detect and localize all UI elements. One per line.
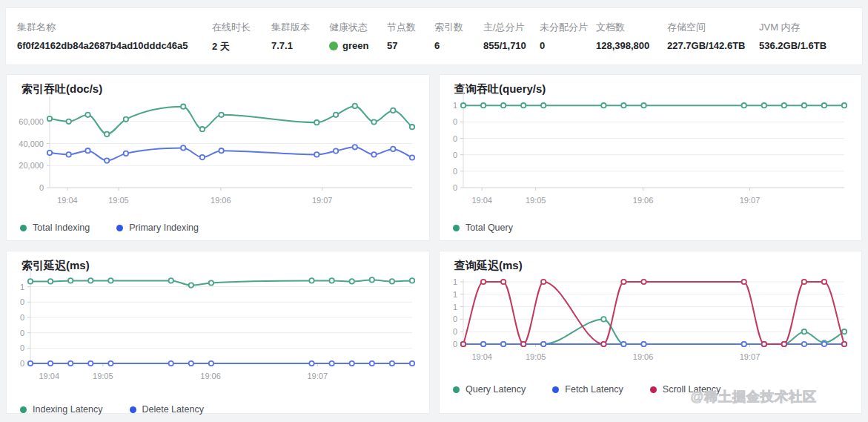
- legend-item-scroll-latency[interactable]: Scroll Latency: [650, 384, 721, 395]
- data-point-marker[interactable]: [541, 342, 546, 346]
- data-point-marker[interactable]: [28, 279, 33, 283]
- data-point-marker[interactable]: [334, 113, 338, 117]
- data-point-marker[interactable]: [481, 280, 486, 284]
- data-point-marker[interactable]: [67, 119, 71, 124]
- data-point-marker[interactable]: [124, 117, 128, 122]
- data-point-marker[interactable]: [108, 278, 113, 283]
- legend-item-query-latency[interactable]: Query Latency: [453, 384, 526, 395]
- data-point-marker[interactable]: [108, 361, 113, 366]
- data-point-marker[interactable]: [742, 342, 746, 346]
- legend-item-primary-indexing[interactable]: Primary Indexing: [116, 222, 199, 233]
- data-point-marker[interactable]: [391, 147, 395, 151]
- data-point-marker[interactable]: [481, 342, 486, 346]
- data-point-marker[interactable]: [189, 361, 193, 366]
- data-point-marker[interactable]: [601, 342, 606, 346]
- data-point-marker[interactable]: [621, 342, 626, 346]
- data-point-marker[interactable]: [329, 278, 334, 283]
- data-point-marker[interactable]: [782, 103, 786, 108]
- data-point-marker[interactable]: [410, 278, 414, 283]
- data-point-marker[interactable]: [353, 104, 357, 108]
- data-point-marker[interactable]: [28, 361, 33, 366]
- data-point-marker[interactable]: [641, 342, 646, 346]
- data-point-marker[interactable]: [601, 317, 606, 321]
- data-point-marker[interactable]: [48, 361, 53, 366]
- data-point-marker[interactable]: [842, 342, 847, 346]
- data-point-marker[interactable]: [219, 113, 223, 117]
- data-point-marker[interactable]: [169, 278, 173, 283]
- data-point-marker[interactable]: [124, 151, 128, 156]
- data-point-marker[interactable]: [621, 103, 626, 108]
- data-point-marker[interactable]: [501, 103, 506, 108]
- data-point-marker[interactable]: [181, 105, 185, 109]
- data-point-marker[interactable]: [461, 103, 466, 108]
- data-point-marker[interactable]: [802, 280, 806, 284]
- index-throughput-chart[interactable]: 60,00040,00020,000019:0419:0519:0619:07: [7, 75, 429, 215]
- index-latency-chart[interactable]: 10000019:0419:0519:0619:07: [7, 251, 429, 391]
- data-point-marker[interactable]: [391, 108, 395, 113]
- data-point-marker[interactable]: [521, 342, 526, 346]
- data-point-marker[interactable]: [353, 145, 357, 149]
- data-point-marker[interactable]: [68, 361, 73, 366]
- data-point-marker[interactable]: [67, 152, 71, 156]
- data-point-marker[interactable]: [390, 361, 394, 366]
- data-point-marker[interactable]: [802, 342, 806, 346]
- legend-item-total-query[interactable]: Total Query: [453, 222, 513, 233]
- data-point-marker[interactable]: [501, 342, 506, 346]
- data-point-marker[interactable]: [189, 283, 193, 287]
- data-point-marker[interactable]: [601, 103, 606, 108]
- data-point-marker[interactable]: [200, 127, 205, 131]
- data-point-marker[interactable]: [314, 120, 319, 125]
- query-throughput-chart[interactable]: 10000019:0419:0519:0619:07: [440, 75, 861, 215]
- data-point-marker[interactable]: [350, 279, 354, 283]
- data-point-marker[interactable]: [314, 152, 319, 156]
- data-point-marker[interactable]: [501, 280, 506, 284]
- data-point-marker[interactable]: [219, 148, 223, 153]
- data-point-marker[interactable]: [169, 361, 173, 366]
- data-point-marker[interactable]: [334, 148, 338, 153]
- data-point-marker[interactable]: [350, 361, 354, 366]
- data-point-marker[interactable]: [842, 103, 847, 108]
- data-point-marker[interactable]: [105, 132, 109, 136]
- data-point-marker[interactable]: [390, 279, 394, 283]
- data-point-marker[interactable]: [209, 361, 213, 366]
- data-point-marker[interactable]: [68, 278, 73, 283]
- data-point-marker[interactable]: [88, 361, 93, 366]
- data-point-marker[interactable]: [641, 280, 646, 284]
- data-point-marker[interactable]: [200, 155, 205, 159]
- data-point-marker[interactable]: [85, 148, 90, 153]
- data-point-marker[interactable]: [309, 278, 314, 283]
- data-point-marker[interactable]: [822, 103, 826, 108]
- legend-item-indexing-latency[interactable]: Indexing Latency: [20, 404, 103, 415]
- data-point-marker[interactable]: [541, 103, 546, 108]
- data-point-marker[interactable]: [410, 361, 414, 366]
- data-point-marker[interactable]: [782, 342, 786, 346]
- data-point-marker[interactable]: [88, 278, 93, 283]
- data-point-marker[interactable]: [105, 158, 109, 162]
- legend-item-delete-latency[interactable]: Delete Latency: [130, 404, 204, 415]
- data-point-marker[interactable]: [181, 145, 185, 150]
- data-point-marker[interactable]: [802, 329, 806, 334]
- data-point-marker[interactable]: [47, 116, 52, 121]
- legend-item-fetch-latency[interactable]: Fetch Latency: [552, 384, 623, 395]
- data-point-marker[interactable]: [742, 103, 746, 108]
- data-point-marker[interactable]: [85, 113, 90, 117]
- data-point-marker[interactable]: [371, 119, 376, 124]
- data-point-marker[interactable]: [410, 155, 414, 159]
- data-point-marker[interactable]: [541, 280, 546, 284]
- data-point-marker[interactable]: [481, 103, 486, 108]
- data-point-marker[interactable]: [410, 125, 414, 129]
- data-point-marker[interactable]: [48, 279, 53, 283]
- data-point-marker[interactable]: [802, 103, 806, 108]
- data-point-marker[interactable]: [641, 103, 646, 108]
- data-point-marker[interactable]: [329, 361, 334, 366]
- data-point-marker[interactable]: [370, 361, 374, 366]
- query-latency-chart[interactable]: 11100019:0419:0519:0619:07: [440, 251, 861, 372]
- data-point-marker[interactable]: [309, 361, 314, 366]
- data-point-marker[interactable]: [621, 280, 626, 284]
- data-point-marker[interactable]: [822, 280, 826, 284]
- data-point-marker[interactable]: [521, 103, 526, 108]
- data-point-marker[interactable]: [47, 151, 52, 155]
- data-point-marker[interactable]: [842, 329, 847, 334]
- legend-item-total-indexing[interactable]: Total Indexing: [20, 222, 90, 233]
- data-point-marker[interactable]: [762, 103, 766, 108]
